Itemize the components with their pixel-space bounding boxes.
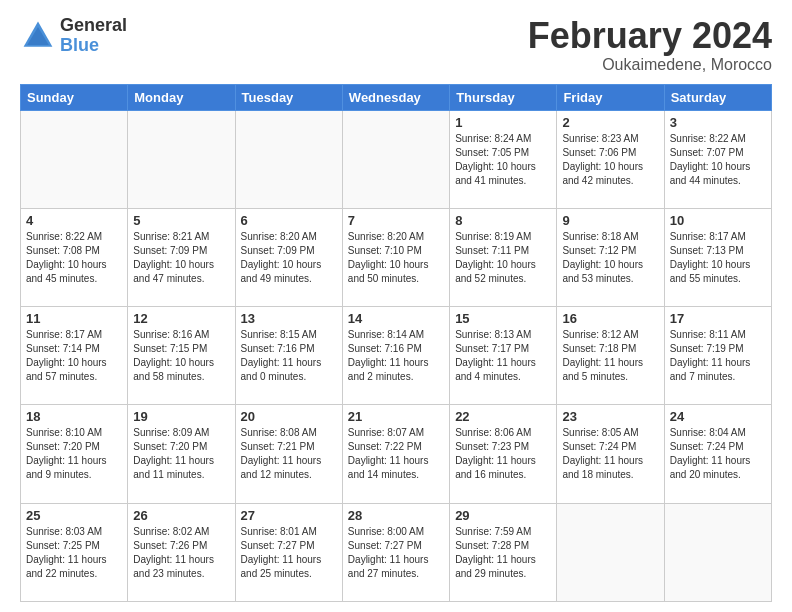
day-cell: 17Sunrise: 8:11 AM Sunset: 7:19 PM Dayli… bbox=[664, 307, 771, 405]
day-number: 17 bbox=[670, 311, 766, 326]
day-cell: 25Sunrise: 8:03 AM Sunset: 7:25 PM Dayli… bbox=[21, 503, 128, 601]
day-cell: 4Sunrise: 8:22 AM Sunset: 7:08 PM Daylig… bbox=[21, 208, 128, 306]
day-cell: 21Sunrise: 8:07 AM Sunset: 7:22 PM Dayli… bbox=[342, 405, 449, 503]
day-info: Sunrise: 8:10 AM Sunset: 7:20 PM Dayligh… bbox=[26, 426, 122, 482]
day-number: 6 bbox=[241, 213, 337, 228]
day-cell: 15Sunrise: 8:13 AM Sunset: 7:17 PM Dayli… bbox=[450, 307, 557, 405]
day-cell: 19Sunrise: 8:09 AM Sunset: 7:20 PM Dayli… bbox=[128, 405, 235, 503]
day-number: 25 bbox=[26, 508, 122, 523]
day-info: Sunrise: 8:22 AM Sunset: 7:07 PM Dayligh… bbox=[670, 132, 766, 188]
day-cell: 1Sunrise: 8:24 AM Sunset: 7:05 PM Daylig… bbox=[450, 110, 557, 208]
day-cell: 16Sunrise: 8:12 AM Sunset: 7:18 PM Dayli… bbox=[557, 307, 664, 405]
day-number: 12 bbox=[133, 311, 229, 326]
day-info: Sunrise: 8:20 AM Sunset: 7:09 PM Dayligh… bbox=[241, 230, 337, 286]
logo-icon bbox=[20, 18, 56, 54]
header-day-saturday: Saturday bbox=[664, 84, 771, 110]
week-row-0: 1Sunrise: 8:24 AM Sunset: 7:05 PM Daylig… bbox=[21, 110, 772, 208]
day-info: Sunrise: 8:17 AM Sunset: 7:13 PM Dayligh… bbox=[670, 230, 766, 286]
day-number: 13 bbox=[241, 311, 337, 326]
week-row-2: 11Sunrise: 8:17 AM Sunset: 7:14 PM Dayli… bbox=[21, 307, 772, 405]
day-number: 4 bbox=[26, 213, 122, 228]
day-info: Sunrise: 8:13 AM Sunset: 7:17 PM Dayligh… bbox=[455, 328, 551, 384]
day-number: 19 bbox=[133, 409, 229, 424]
day-info: Sunrise: 8:12 AM Sunset: 7:18 PM Dayligh… bbox=[562, 328, 658, 384]
day-cell: 28Sunrise: 8:00 AM Sunset: 7:27 PM Dayli… bbox=[342, 503, 449, 601]
day-info: Sunrise: 8:04 AM Sunset: 7:24 PM Dayligh… bbox=[670, 426, 766, 482]
day-cell: 26Sunrise: 8:02 AM Sunset: 7:26 PM Dayli… bbox=[128, 503, 235, 601]
header: General Blue February 2024 Oukaimedene, … bbox=[20, 16, 772, 74]
day-info: Sunrise: 8:08 AM Sunset: 7:21 PM Dayligh… bbox=[241, 426, 337, 482]
week-row-1: 4Sunrise: 8:22 AM Sunset: 7:08 PM Daylig… bbox=[21, 208, 772, 306]
calendar-body: 1Sunrise: 8:24 AM Sunset: 7:05 PM Daylig… bbox=[21, 110, 772, 601]
day-cell: 29Sunrise: 7:59 AM Sunset: 7:28 PM Dayli… bbox=[450, 503, 557, 601]
day-info: Sunrise: 8:17 AM Sunset: 7:14 PM Dayligh… bbox=[26, 328, 122, 384]
day-cell: 3Sunrise: 8:22 AM Sunset: 7:07 PM Daylig… bbox=[664, 110, 771, 208]
day-info: Sunrise: 8:01 AM Sunset: 7:27 PM Dayligh… bbox=[241, 525, 337, 581]
day-cell: 14Sunrise: 8:14 AM Sunset: 7:16 PM Dayli… bbox=[342, 307, 449, 405]
week-row-3: 18Sunrise: 8:10 AM Sunset: 7:20 PM Dayli… bbox=[21, 405, 772, 503]
day-cell bbox=[128, 110, 235, 208]
day-cell bbox=[664, 503, 771, 601]
day-number: 22 bbox=[455, 409, 551, 424]
day-cell: 18Sunrise: 8:10 AM Sunset: 7:20 PM Dayli… bbox=[21, 405, 128, 503]
day-cell: 20Sunrise: 8:08 AM Sunset: 7:21 PM Dayli… bbox=[235, 405, 342, 503]
day-cell: 12Sunrise: 8:16 AM Sunset: 7:15 PM Dayli… bbox=[128, 307, 235, 405]
day-info: Sunrise: 8:24 AM Sunset: 7:05 PM Dayligh… bbox=[455, 132, 551, 188]
header-day-thursday: Thursday bbox=[450, 84, 557, 110]
day-cell: 6Sunrise: 8:20 AM Sunset: 7:09 PM Daylig… bbox=[235, 208, 342, 306]
day-cell: 13Sunrise: 8:15 AM Sunset: 7:16 PM Dayli… bbox=[235, 307, 342, 405]
day-info: Sunrise: 8:03 AM Sunset: 7:25 PM Dayligh… bbox=[26, 525, 122, 581]
day-info: Sunrise: 8:22 AM Sunset: 7:08 PM Dayligh… bbox=[26, 230, 122, 286]
day-info: Sunrise: 8:06 AM Sunset: 7:23 PM Dayligh… bbox=[455, 426, 551, 482]
day-number: 23 bbox=[562, 409, 658, 424]
day-info: Sunrise: 8:09 AM Sunset: 7:20 PM Dayligh… bbox=[133, 426, 229, 482]
day-number: 28 bbox=[348, 508, 444, 523]
day-cell: 22Sunrise: 8:06 AM Sunset: 7:23 PM Dayli… bbox=[450, 405, 557, 503]
calendar-header: SundayMondayTuesdayWednesdayThursdayFrid… bbox=[21, 84, 772, 110]
day-info: Sunrise: 8:18 AM Sunset: 7:12 PM Dayligh… bbox=[562, 230, 658, 286]
day-number: 5 bbox=[133, 213, 229, 228]
logo-general: General bbox=[60, 16, 127, 36]
header-day-tuesday: Tuesday bbox=[235, 84, 342, 110]
day-info: Sunrise: 8:16 AM Sunset: 7:15 PM Dayligh… bbox=[133, 328, 229, 384]
day-info: Sunrise: 8:20 AM Sunset: 7:10 PM Dayligh… bbox=[348, 230, 444, 286]
day-cell bbox=[557, 503, 664, 601]
day-number: 27 bbox=[241, 508, 337, 523]
day-number: 2 bbox=[562, 115, 658, 130]
day-cell: 24Sunrise: 8:04 AM Sunset: 7:24 PM Dayli… bbox=[664, 405, 771, 503]
day-cell: 7Sunrise: 8:20 AM Sunset: 7:10 PM Daylig… bbox=[342, 208, 449, 306]
day-cell bbox=[342, 110, 449, 208]
header-day-friday: Friday bbox=[557, 84, 664, 110]
logo-text: General Blue bbox=[60, 16, 127, 56]
day-cell: 10Sunrise: 8:17 AM Sunset: 7:13 PM Dayli… bbox=[664, 208, 771, 306]
header-day-wednesday: Wednesday bbox=[342, 84, 449, 110]
logo: General Blue bbox=[20, 16, 127, 56]
day-cell: 11Sunrise: 8:17 AM Sunset: 7:14 PM Dayli… bbox=[21, 307, 128, 405]
day-info: Sunrise: 8:00 AM Sunset: 7:27 PM Dayligh… bbox=[348, 525, 444, 581]
week-row-4: 25Sunrise: 8:03 AM Sunset: 7:25 PM Dayli… bbox=[21, 503, 772, 601]
day-number: 18 bbox=[26, 409, 122, 424]
day-number: 7 bbox=[348, 213, 444, 228]
day-info: Sunrise: 8:19 AM Sunset: 7:11 PM Dayligh… bbox=[455, 230, 551, 286]
day-cell: 5Sunrise: 8:21 AM Sunset: 7:09 PM Daylig… bbox=[128, 208, 235, 306]
day-info: Sunrise: 8:15 AM Sunset: 7:16 PM Dayligh… bbox=[241, 328, 337, 384]
day-info: Sunrise: 7:59 AM Sunset: 7:28 PM Dayligh… bbox=[455, 525, 551, 581]
location: Oukaimedene, Morocco bbox=[528, 56, 772, 74]
day-info: Sunrise: 8:23 AM Sunset: 7:06 PM Dayligh… bbox=[562, 132, 658, 188]
day-cell: 9Sunrise: 8:18 AM Sunset: 7:12 PM Daylig… bbox=[557, 208, 664, 306]
day-number: 8 bbox=[455, 213, 551, 228]
month-title: February 2024 bbox=[528, 16, 772, 56]
day-number: 26 bbox=[133, 508, 229, 523]
page: General Blue February 2024 Oukaimedene, … bbox=[0, 0, 792, 612]
day-number: 16 bbox=[562, 311, 658, 326]
day-info: Sunrise: 8:02 AM Sunset: 7:26 PM Dayligh… bbox=[133, 525, 229, 581]
day-cell bbox=[235, 110, 342, 208]
day-number: 10 bbox=[670, 213, 766, 228]
day-info: Sunrise: 8:11 AM Sunset: 7:19 PM Dayligh… bbox=[670, 328, 766, 384]
header-row: SundayMondayTuesdayWednesdayThursdayFrid… bbox=[21, 84, 772, 110]
day-info: Sunrise: 8:07 AM Sunset: 7:22 PM Dayligh… bbox=[348, 426, 444, 482]
day-cell bbox=[21, 110, 128, 208]
day-cell: 2Sunrise: 8:23 AM Sunset: 7:06 PM Daylig… bbox=[557, 110, 664, 208]
calendar: SundayMondayTuesdayWednesdayThursdayFrid… bbox=[20, 84, 772, 602]
day-info: Sunrise: 8:21 AM Sunset: 7:09 PM Dayligh… bbox=[133, 230, 229, 286]
